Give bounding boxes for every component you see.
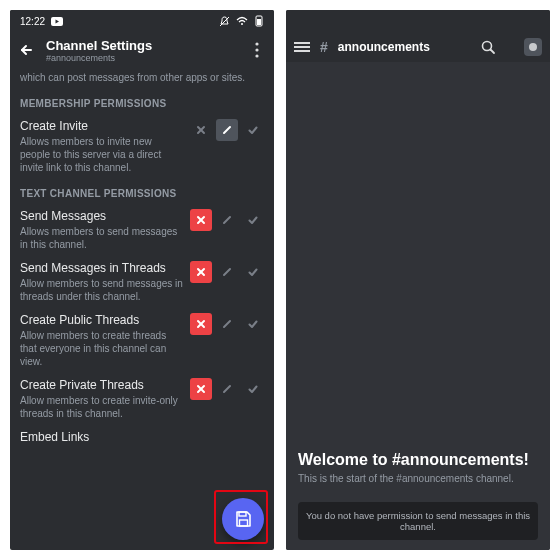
passthrough-button[interactable] <box>216 313 238 335</box>
channel-name: announcements <box>338 40 430 54</box>
svg-rect-5 <box>257 19 261 25</box>
perm-title: Create Public Threads <box>20 313 184 327</box>
perm-desc: Allow members to create threads that eve… <box>20 329 184 368</box>
section-membership: MEMBERSHIP PERMISSIONS <box>20 98 264 109</box>
intro-text: which can post messages from other apps … <box>20 71 264 84</box>
perm-title: Embed Links <box>20 430 264 444</box>
search-button[interactable] <box>480 39 496 55</box>
no-permission-bar: You do not have permission to send messa… <box>298 502 538 540</box>
header-title: Channel Settings <box>46 38 152 53</box>
svg-line-21 <box>224 321 230 327</box>
channel-header: # announcements <box>286 32 550 62</box>
header-subtitle: #announcements <box>46 53 152 63</box>
perm-title: Create Invite <box>20 119 184 133</box>
deny-button[interactable] <box>190 313 212 335</box>
svg-line-28 <box>491 50 495 54</box>
settings-screen: 12:22 Channel Settings #announcements <box>10 10 274 550</box>
passthrough-button[interactable] <box>216 209 238 231</box>
settings-body[interactable]: which can post messages from other apps … <box>10 69 274 550</box>
members-button[interactable] <box>524 38 542 56</box>
allow-button[interactable] <box>242 313 264 335</box>
deny-button[interactable] <box>190 261 212 283</box>
perm-create-private-threads: Create Private Threads Allow members to … <box>20 378 264 420</box>
status-bar: 12:22 <box>10 10 274 32</box>
passthrough-button[interactable] <box>216 378 238 400</box>
allow-button[interactable] <box>242 209 264 231</box>
svg-point-9 <box>255 54 258 57</box>
svg-line-18 <box>224 269 230 275</box>
menu-button[interactable] <box>294 40 310 54</box>
perm-tristate <box>190 378 264 400</box>
battery-icon <box>254 15 264 27</box>
wifi-icon <box>236 16 248 26</box>
status-bar <box>286 10 550 32</box>
perm-send-messages: Send Messages Allows members to send mes… <box>20 209 264 251</box>
welcome-title: Welcome to #announcements! <box>298 451 538 469</box>
passthrough-button[interactable] <box>216 119 238 141</box>
passthrough-button[interactable] <box>216 261 238 283</box>
hash-icon: # <box>320 39 328 55</box>
svg-point-3 <box>241 23 243 25</box>
perm-desc: Allows members to invite new people to t… <box>20 135 184 174</box>
welcome-subtitle: This is the start of the #announcements … <box>298 473 538 484</box>
perm-desc: Allow members to send messages in thread… <box>20 277 184 303</box>
channel-screen: # announcements Welcome to #announcement… <box>286 10 550 550</box>
header: Channel Settings #announcements <box>10 32 274 69</box>
svg-line-12 <box>224 127 230 133</box>
channel-body[interactable]: Welcome to #announcements! This is the s… <box>286 62 550 550</box>
perm-tristate <box>190 119 264 141</box>
perm-title: Send Messages <box>20 209 184 223</box>
perm-embed-links: Embed Links <box>20 430 264 446</box>
svg-line-24 <box>224 386 230 392</box>
perm-title: Create Private Threads <box>20 378 184 392</box>
perm-title: Send Messages in Threads <box>20 261 184 275</box>
status-time: 12:22 <box>20 16 45 27</box>
back-button[interactable] <box>18 42 36 60</box>
perm-create-invite: Create Invite Allows members to invite n… <box>20 119 264 174</box>
deny-button[interactable] <box>190 378 212 400</box>
svg-line-15 <box>224 217 230 223</box>
deny-button[interactable] <box>190 119 212 141</box>
section-text: TEXT CHANNEL PERMISSIONS <box>20 188 264 199</box>
allow-button[interactable] <box>242 261 264 283</box>
allow-button[interactable] <box>242 119 264 141</box>
bell-off-icon <box>219 16 230 27</box>
perm-desc: Allow members to create invite-only thre… <box>20 394 184 420</box>
perm-desc: Allows members to send messages in this … <box>20 225 184 251</box>
perm-send-messages-threads: Send Messages in Threads Allow members t… <box>20 261 264 303</box>
highlight-frame <box>214 490 268 544</box>
overflow-menu-button[interactable] <box>248 42 266 60</box>
svg-point-8 <box>255 48 258 51</box>
svg-point-7 <box>255 42 258 45</box>
perm-tristate <box>190 209 264 231</box>
deny-button[interactable] <box>190 209 212 231</box>
perm-tristate <box>190 313 264 335</box>
perm-tristate <box>190 261 264 283</box>
perm-create-public-threads: Create Public Threads Allow members to c… <box>20 313 264 368</box>
allow-button[interactable] <box>242 378 264 400</box>
youtube-icon <box>51 17 63 26</box>
